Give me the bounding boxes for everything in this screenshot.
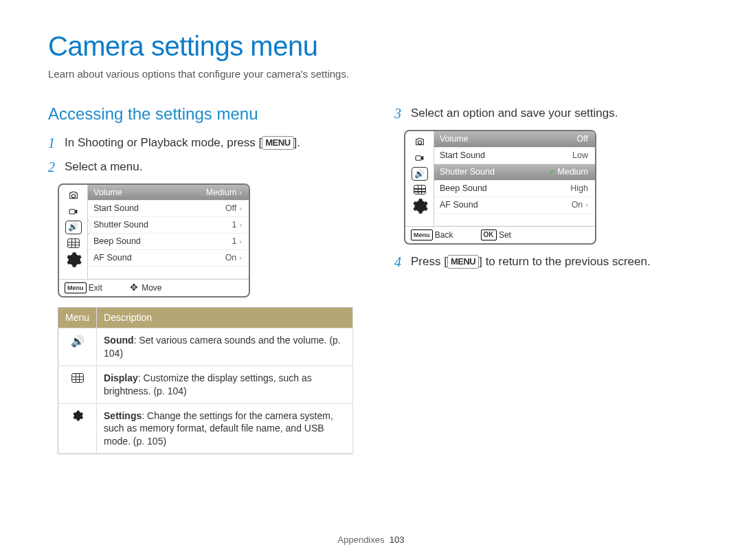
desc-bold: Sound xyxy=(104,335,134,346)
lcd-sidebar: 🔊 xyxy=(405,131,434,225)
step-1-text: In Shooting or Playback mode, press [MEN… xyxy=(65,135,353,151)
footer-page-number: 103 xyxy=(390,535,405,545)
table-row: 🔊 Sound: Set various camera sounds and t… xyxy=(58,328,353,366)
menu-button-badge: MENU xyxy=(447,255,479,269)
footer-move-label: Move xyxy=(142,283,161,293)
settings-gear-icon xyxy=(65,252,82,267)
option-value: Off xyxy=(577,133,588,145)
page-title: Camera settings menu xyxy=(48,27,694,65)
desc-cell: Display: Customize the display settings,… xyxy=(97,366,353,403)
step-1-text-a: In Shooting or Playback mode, press [ xyxy=(65,136,262,149)
sound-icon: 🔊 xyxy=(65,221,82,234)
page-subtitle: Learn about various options that configu… xyxy=(48,67,694,81)
step-number: 1 xyxy=(48,135,58,150)
table-row: Display: Customize the display settings,… xyxy=(58,366,353,403)
lcd-sidebar: 🔊 xyxy=(59,185,88,279)
desc-pageref: (p. 104) xyxy=(153,385,186,396)
footer-set-label: Set xyxy=(499,230,511,240)
section-heading: Accessing the settings menu xyxy=(48,103,353,125)
lcd-screen-menu-list: 🔊 Volume Medium› Start Sound Off› xyxy=(58,183,250,298)
option-row[interactable]: AF Sound On› xyxy=(434,197,595,214)
desc-pageref: (p. 105) xyxy=(133,436,166,447)
list-item[interactable]: Start Sound Off› xyxy=(88,201,249,217)
list-item[interactable]: Volume Medium› xyxy=(88,185,249,201)
table-row: Settings: Change the settings for the ca… xyxy=(58,403,353,454)
list-label: Start Sound xyxy=(93,203,139,214)
step-3-text: Select an option and save your settings. xyxy=(411,106,694,122)
settings-gear-icon xyxy=(58,403,97,454)
menu-badge-icon: Menu xyxy=(411,229,433,240)
right-column: 3 Select an option and save your setting… xyxy=(394,98,694,454)
display-icon xyxy=(58,366,97,403)
list-label: Shutter Sound xyxy=(93,219,148,231)
list-value: On xyxy=(225,253,237,262)
lcd-main-options: Volume Off Start Sound Low Shutter Sound… xyxy=(434,131,595,225)
list-value: Medium xyxy=(206,188,236,197)
desc-cell: Sound: Set various camera sounds and the… xyxy=(97,328,353,366)
list-value: 1 xyxy=(232,236,236,246)
footer-section: Appendixes xyxy=(338,535,385,545)
step-2: 2 Select a menu. xyxy=(48,159,353,175)
camera-icon xyxy=(65,188,82,203)
menu-button-badge: MENU xyxy=(262,136,293,150)
list-label: Volume xyxy=(93,187,122,199)
option-value: Low xyxy=(572,150,588,161)
camera-icon xyxy=(411,134,429,149)
step-4-text-b: ] to return to the previous screen. xyxy=(479,255,650,268)
page-footer: Appendixes 103 xyxy=(0,534,742,546)
step-1-text-b: ]. xyxy=(294,136,300,149)
option-row[interactable]: Beep Sound High xyxy=(434,181,595,197)
list-label: Beep Sound xyxy=(93,236,141,247)
settings-gear-icon xyxy=(411,199,429,214)
option-row-selected[interactable]: Shutter Sound ✔Medium xyxy=(434,164,595,181)
option-row[interactable]: Volume Off xyxy=(434,131,595,148)
option-value: High xyxy=(570,183,588,194)
footer-move: Move xyxy=(130,282,162,293)
lcd-footer: Menu Back OK Set xyxy=(405,226,595,243)
chevron-right-icon: › xyxy=(239,237,242,245)
video-icon xyxy=(65,204,82,219)
display-icon xyxy=(65,236,82,251)
step-4: 4 Press [MENU] to return to the previous… xyxy=(394,254,694,270)
menu-badge-icon: Menu xyxy=(65,282,87,293)
menu-description-table: Menu Description 🔊 Sound: Set various ca… xyxy=(58,307,353,454)
footer-set: OK Set xyxy=(481,229,511,240)
option-row[interactable]: Start Sound Low xyxy=(434,148,595,164)
lcd-screen-option-select: 🔊 Volume Off Start Sound Low xyxy=(404,130,596,245)
list-item[interactable]: AF Sound On› xyxy=(88,250,249,267)
option-left-label: Volume xyxy=(440,133,469,145)
footer-back-label: Back xyxy=(435,230,453,240)
chevron-right-icon: › xyxy=(239,254,242,262)
option-value: Medium xyxy=(558,167,588,177)
table-header-description: Description xyxy=(97,308,353,328)
list-value: 1 xyxy=(232,220,236,229)
step-number: 4 xyxy=(394,254,404,269)
display-icon xyxy=(411,182,429,197)
left-column: Accessing the settings menu 1 In Shootin… xyxy=(48,98,353,454)
desc-cell: Settings: Change the settings for the ca… xyxy=(97,403,353,454)
option-left-label: AF Sound xyxy=(440,199,478,211)
desc-text: : Set various camera sounds and the volu… xyxy=(134,335,330,346)
desc-bold: Settings xyxy=(104,410,142,421)
lcd-footer: Menu Exit Move xyxy=(59,279,249,296)
list-value: Off xyxy=(225,203,236,213)
list-item[interactable]: Shutter Sound 1› xyxy=(88,217,249,234)
sound-icon: 🔊 xyxy=(58,328,97,366)
footer-exit: Menu Exit xyxy=(65,282,102,293)
chevron-right-icon: › xyxy=(239,204,242,212)
footer-back: Menu Back xyxy=(411,229,453,240)
video-icon xyxy=(411,150,429,166)
chevron-right-icon: › xyxy=(239,188,242,197)
step-2-text: Select a menu. xyxy=(65,159,353,175)
desc-bold: Display xyxy=(104,372,138,383)
step-number: 2 xyxy=(48,159,58,175)
step-number: 3 xyxy=(394,106,404,121)
step-4-text-a: Press [ xyxy=(411,255,447,268)
move-arrows-icon xyxy=(130,282,139,292)
step-1: 1 In Shooting or Playback mode, press [M… xyxy=(48,135,353,151)
list-item[interactable]: Beep Sound 1› xyxy=(88,234,249,250)
check-icon: ✔ xyxy=(549,168,555,176)
option-left-label: Beep Sound xyxy=(440,183,487,194)
svg-rect-0 xyxy=(69,209,75,214)
sound-icon: 🔊 xyxy=(412,167,428,181)
